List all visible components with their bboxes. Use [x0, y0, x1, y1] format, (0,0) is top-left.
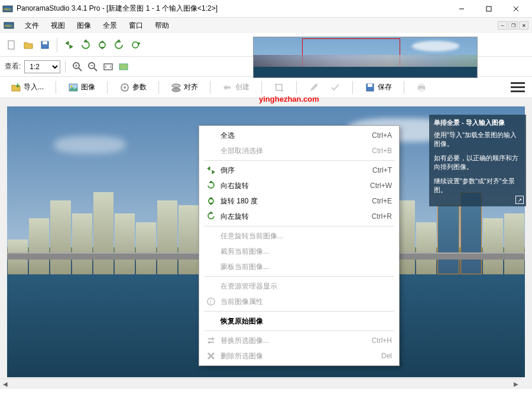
replace-icon [204, 336, 218, 345]
reverse-button[interactable] [62, 38, 76, 52]
mdi-minimize-button[interactable]: ─ [498, 21, 507, 30]
rotate-left-button[interactable] [112, 38, 126, 52]
params-button[interactable]: 参数 [116, 80, 150, 95]
menu-item-裁剪当前图像...: 裁剪当前图像... [199, 244, 399, 259]
menu-item-label: 全选 [218, 131, 372, 141]
svg-point-26 [172, 88, 180, 92]
new-button[interactable] [5, 38, 19, 52]
gear-icon [119, 82, 130, 93]
hint-p3: 继续设置"参数"或"对齐"全景图。 [434, 177, 521, 195]
scroll-left-button[interactable]: ◀ [0, 379, 11, 390]
minimize-button[interactable] [448, 1, 475, 17]
menu-item-label: 向左旋转 [218, 212, 372, 222]
scroll-right-button[interactable]: ▶ [511, 379, 521, 390]
menu-separator [204, 276, 394, 277]
edit-button [305, 80, 323, 95]
menu-item-label: 替换所选图像... [218, 336, 372, 346]
print-button [413, 80, 430, 95]
menu-item-蒙板当前图像...: 蒙板当前图像... [199, 259, 399, 274]
menu-item-label: 任意旋转当前图像... [218, 231, 392, 241]
menu-item-替换所选图像...: 替换所选图像...Ctrl+H [199, 333, 399, 348]
zoom-out-button[interactable] [86, 60, 100, 74]
zoom-label: 查看: [5, 61, 21, 72]
menu-shortcut: Ctrl+H [372, 336, 392, 345]
hint-collapse-button[interactable]: ↗ [515, 196, 524, 204]
check-icon [330, 82, 340, 93]
svg-text:i: i [210, 299, 211, 305]
open-button[interactable] [21, 38, 35, 52]
hint-panel: 单排全景 - 导入输入图像 使用"导入"加载全景图的输入图像。 如有必要，以正确… [429, 115, 526, 206]
import-button[interactable]: 导入... [7, 80, 47, 95]
menu-toggle-button[interactable] [511, 82, 525, 93]
align-label: 对齐 [184, 82, 198, 92]
align-button[interactable]: 对齐 [167, 80, 202, 95]
rotate-180-button[interactable] [95, 38, 109, 52]
app-icon: PRO [2, 4, 13, 14]
svg-point-12 [132, 42, 138, 48]
fit-button[interactable] [101, 60, 115, 74]
menu-shortcut: Del [381, 352, 392, 360]
maximize-button[interactable] [475, 1, 502, 17]
crop-button [270, 80, 288, 95]
svg-rect-8 [8, 41, 14, 49]
delete-icon [204, 351, 218, 361]
save-button[interactable] [38, 38, 52, 52]
watermark-text: yinghezhan.com [259, 95, 319, 103]
menu-view[interactable]: 视图 [45, 19, 71, 33]
zoom-in-button[interactable] [70, 60, 85, 74]
image-label: 图像 [81, 82, 95, 92]
horizontal-scrollbar[interactable]: ◀ ▶ [0, 378, 521, 389]
hint-p1: 使用"导入"加载全景图的输入图像。 [434, 131, 521, 149]
zoom-select[interactable]: 1:2 [24, 60, 60, 73]
menu-item-任意旋转当前图像...: 任意旋转当前图像... [199, 228, 399, 244]
align-icon [171, 82, 181, 93]
menu-shortcut: Ctrl+E [372, 197, 392, 205]
menu-item-倒序[interactable]: 倒序Ctrl+T [199, 163, 399, 178]
hint-p2: 如有必要，以正确的顺序和方向排列图像。 [434, 154, 521, 172]
menu-window[interactable]: 窗口 [123, 19, 149, 33]
menu-item-向右旋转[interactable]: 向右旋转Ctrl+W [199, 178, 399, 193]
pencil-icon [309, 82, 319, 93]
rotate-any-button[interactable] [128, 38, 142, 52]
menu-item-label: 当前图像属性 [218, 297, 392, 307]
rotate-right-button[interactable] [79, 38, 93, 52]
printer-icon [416, 82, 427, 93]
menu-item-旋转 180 度[interactable]: 旋转 180 度Ctrl+E [199, 193, 399, 209]
svg-rect-21 [119, 64, 128, 70]
close-button[interactable] [502, 1, 530, 17]
info-icon: i [204, 297, 218, 306]
image-button[interactable]: 图像 [64, 80, 99, 95]
menu-item-恢复原始图像[interactable]: 恢复原始图像 [199, 313, 399, 329]
menu-separator [204, 160, 394, 161]
panorama-preview-thumbnail[interactable] [253, 37, 478, 78]
create-icon [222, 82, 233, 93]
crop-icon [274, 82, 284, 93]
menu-panorama[interactable]: 全景 [97, 19, 123, 33]
menu-shortcut: Ctrl+R [372, 212, 392, 221]
menu-image[interactable]: 图像 [71, 19, 97, 33]
mdi-restore-button[interactable]: ❐ [508, 21, 518, 30]
menu-item-label: 旋转 180 度 [218, 196, 372, 206]
menu-shortcut: Ctrl+T [372, 166, 392, 174]
menu-item-label: 恢复原始图像 [218, 316, 392, 326]
title-bar: PRO PanoramaStudio 3.4.1 Pro - [新建全景图 1 … [0, 0, 532, 18]
save-workflow-button[interactable]: 保存 [361, 80, 395, 95]
menu-shortcut: Ctrl+W [370, 182, 392, 190]
menu-item-全选[interactable]: 全选Ctrl+A [199, 128, 399, 143]
check-button [326, 80, 344, 95]
menu-help[interactable]: 帮助 [149, 19, 175, 33]
create-button[interactable]: 创建 [219, 80, 253, 95]
svg-rect-10 [43, 41, 47, 44]
menu-item-当前图像属性: i当前图像属性 [199, 294, 399, 309]
menu-bar: PRO 文件 视图 图像 全景 窗口 帮助 ─ ❐ ✕ [0, 18, 532, 33]
menu-shortcut: Ctrl+A [372, 131, 392, 140]
menu-separator [204, 331, 394, 331]
actual-size-button[interactable] [116, 60, 131, 74]
menu-file[interactable]: 文件 [19, 19, 45, 33]
rot-right-icon [204, 181, 218, 190]
mdi-close-button[interactable]: ✕ [519, 21, 528, 30]
menu-shortcut: Ctrl+B [372, 147, 392, 155]
menu-item-向左旋转[interactable]: 向左旋转Ctrl+R [199, 209, 399, 224]
menu-item-label: 裁剪当前图像... [218, 247, 392, 257]
menu-item-label: 倒序 [218, 166, 372, 176]
